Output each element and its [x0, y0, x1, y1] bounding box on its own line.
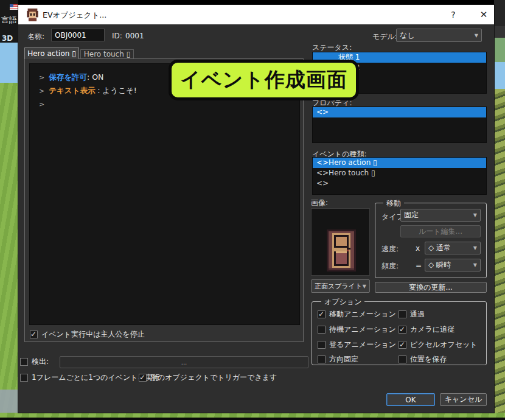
checkbox[interactable]	[20, 374, 28, 382]
background-sky	[0, 43, 18, 83]
screen: 言語 3D EVオブジェクト... ? ✕	[0, 0, 505, 420]
language-label: 言語	[1, 15, 17, 26]
checkbox[interactable]	[399, 310, 406, 318]
app-character-icon	[26, 9, 39, 21]
list-item[interactable]: <>Hero action ▯	[313, 158, 486, 168]
help-button[interactable]: ?	[443, 7, 464, 23]
name-input[interactable]	[51, 29, 105, 41]
background-sky-right	[494, 62, 505, 89]
route-edit-button: ルート編集...	[400, 225, 481, 237]
option-pixel-offset[interactable]: ピクセルオフセット	[399, 340, 478, 350]
move-type-dropdown[interactable]: 固定 ▼	[400, 209, 481, 222]
background-right-strip	[494, 0, 505, 420]
checkbox[interactable]	[318, 326, 326, 334]
update-transform-button[interactable]: 変換の更新...	[375, 282, 487, 293]
option-idle-animation[interactable]: 待機アニメーション	[318, 324, 396, 335]
frequency-dropdown[interactable]: ◇ 瞬時 ▼	[425, 259, 481, 271]
front-sprite-dropdown[interactable]: 正面スプライト ▼	[311, 279, 370, 293]
door-sprite	[327, 229, 356, 271]
tree-key: 保存を許可	[49, 72, 87, 82]
tree-row-save[interactable]: >保存を許可: ON	[39, 72, 103, 83]
tree-row-text[interactable]: >テキスト表示 : ようこそ!	[39, 86, 137, 96]
us-flag-icon	[10, 4, 18, 10]
trigger-by-other-object-row[interactable]: 別のオブジェクトでトリガーできます	[139, 373, 277, 383]
option-camera-follow[interactable]: カメラに追従	[399, 324, 454, 335]
list-item[interactable]: <>	[313, 107, 486, 117]
option-move-animation[interactable]: 移動アニメーション	[318, 309, 396, 320]
stop-hero-checkbox-row[interactable]: イベント実行中は主人公を停止	[30, 329, 145, 340]
option-pass-through[interactable]: 通過	[399, 309, 425, 320]
image-label: 画像:	[311, 198, 328, 208]
background-terrain	[0, 83, 18, 420]
list-item[interactable]: <>Hero touch ▯	[313, 168, 486, 178]
id-value: 0001	[125, 32, 144, 40]
frequency-operator: =	[416, 261, 422, 270]
checkbox[interactable]	[30, 331, 38, 338]
chevron-down-icon: ▼	[473, 262, 477, 268]
detect-field-button[interactable]: ...	[60, 356, 308, 368]
cancel-button[interactable]: キャンセル	[440, 393, 487, 406]
list-item[interactable]: <>	[313, 178, 486, 189]
background-left-strip: 言語 3D	[0, 0, 18, 420]
background-tree	[494, 38, 505, 62]
event-type-list[interactable]: <>Hero action ▯ <>Hero touch ▯ <>	[312, 157, 487, 195]
checkbox[interactable]	[399, 341, 406, 349]
movement-legend: 移動	[383, 198, 404, 209]
checkbox[interactable]	[399, 326, 406, 334]
background-bottom-strip	[0, 413, 505, 420]
speed-dropdown[interactable]: ◇ 通常 ▼	[425, 242, 481, 254]
tree-row-empty[interactable]: >	[39, 99, 49, 108]
checkbox[interactable]	[139, 374, 147, 382]
3d-view-label: 3D	[2, 34, 13, 43]
expand-arrow-icon[interactable]: >	[39, 74, 44, 82]
background-tile	[0, 390, 18, 413]
sprite-preview	[311, 208, 370, 276]
detect-label: 検出:	[32, 357, 49, 367]
option-direction-fix[interactable]: 方向固定	[318, 354, 358, 365]
chevron-down-icon: ▼	[473, 212, 477, 218]
speed-operator: x	[416, 244, 420, 253]
model-dropdown[interactable]: なし ▼	[396, 29, 482, 42]
checkbox[interactable]	[318, 310, 326, 318]
tab-hero-touch[interactable]: Hero touch ▯	[80, 49, 134, 59]
speed-label: 速度:	[381, 244, 399, 254]
model-label: モデル:	[372, 32, 397, 42]
option-climb-animation[interactable]: 登るアニメーション	[318, 340, 396, 350]
model-value: なし	[400, 30, 473, 41]
expand-arrow-icon[interactable]: >	[39, 87, 44, 95]
checkbox[interactable]	[399, 355, 406, 363]
ok-button[interactable]: OK	[386, 393, 435, 406]
script-treeview[interactable]: >保存を許可: ON >テキスト表示 : ようこそ! >	[29, 63, 300, 325]
chevron-down-icon: ▼	[473, 245, 477, 251]
expand-arrow-icon[interactable]: >	[39, 100, 44, 108]
frequency-label: 頻度:	[381, 261, 399, 271]
options-legend: オプション	[321, 297, 364, 307]
dialog-titlebar[interactable]: EVオブジェクト... ? ✕	[18, 5, 494, 24]
detect-checkbox-row[interactable]: 検出:	[20, 357, 49, 367]
close-button[interactable]: ✕	[473, 7, 494, 23]
id-label: ID:	[112, 32, 122, 40]
name-label: 名称:	[27, 32, 44, 42]
tree-value: : ようこそ!	[95, 86, 136, 95]
chevron-down-icon: ▼	[475, 33, 478, 38]
tab-hero-action[interactable]: Hero action ▯	[24, 47, 79, 59]
property-list[interactable]: <>	[312, 107, 487, 143]
checkbox[interactable]	[318, 355, 326, 363]
chevron-down-icon: ▼	[363, 284, 366, 289]
background-terrain-right	[494, 89, 505, 420]
option-save-position[interactable]: 位置を保存	[399, 354, 447, 365]
background-toolbar: 言語 3D	[0, 0, 18, 43]
tree-key: テキスト表示	[49, 86, 95, 95]
tree-value: : ON	[87, 72, 103, 82]
checkbox[interactable]	[318, 341, 326, 349]
checkbox[interactable]	[20, 358, 28, 366]
annotation-event-creation-screen: イベント作成画面	[169, 60, 359, 100]
stop-hero-label: イベント実行中は主人公を停止	[41, 329, 145, 340]
dialog-title: EVオブジェクト...	[43, 10, 106, 21]
event-sheet-panel: >保存を許可: ON >テキスト表示 : ようこそ! > イベント実行中は主人公…	[24, 58, 304, 342]
